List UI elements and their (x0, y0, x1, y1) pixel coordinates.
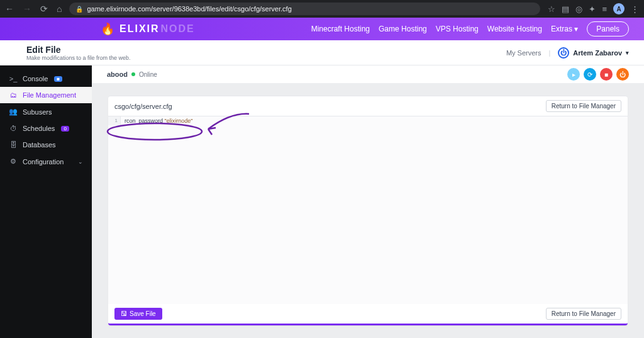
action-stop-button[interactable]: ■ (600, 68, 613, 81)
console-badge: ■ (54, 76, 62, 82)
clock-icon: ⏱ (9, 125, 18, 132)
chevron-down-icon: ▾ (626, 50, 629, 56)
sidebar-item-configuration[interactable]: ⚙ Configuration ⌄ (0, 153, 92, 170)
main-content: abood Online ▸ ⟳ ■ ⏻ csgo/cfg/server.cfg… (92, 65, 644, 338)
topnav-links: Minecraft Hosting Game Hosting VPS Hosti… (311, 21, 629, 37)
top-navigation: 🔥 ELIXIRNODE Minecraft Hosting Game Host… (0, 18, 644, 40)
status-dot-icon (131, 72, 135, 76)
sidebar-item-databases[interactable]: 🗄 Databases (0, 137, 92, 153)
brand-logo[interactable]: 🔥 ELIXIRNODE (101, 22, 195, 36)
back-icon[interactable]: ← (5, 4, 14, 14)
database-icon: 🗄 (9, 141, 18, 149)
ext1-icon[interactable]: ▤ (562, 4, 569, 14)
lock-icon: 🔒 (75, 6, 83, 13)
browser-chrome: ← → ⟳ ⌂ 🔒 game.elixirnode.com/server/963… (0, 0, 644, 18)
user-menu[interactable]: ⏻ Artem Zabarov ▾ (558, 47, 629, 59)
page-header: Edit File Make modifications to a file f… (0, 40, 644, 65)
home-icon[interactable]: ⌂ (57, 4, 62, 14)
sidebar-label: File Management (23, 91, 76, 99)
server-name: abood (107, 70, 128, 78)
sidebar-item-console[interactable]: >_ Console ■ (0, 70, 92, 87)
flame-icon: 🔥 (101, 22, 116, 36)
sidebar-item-subusers[interactable]: 👥 Subusers (0, 103, 92, 120)
line-number: 1 (108, 116, 121, 125)
folder-icon: 🗂 (9, 91, 18, 99)
code-line-1: rcon_password "elixirnode" (121, 116, 192, 125)
sidebar-label: Console (23, 75, 48, 82)
reload-icon[interactable]: ⟳ (40, 4, 48, 14)
page-subtitle: Make modifications to a file from the we… (26, 55, 131, 61)
browser-actions: ☆ ▤ ◎ ✦ ≡ A ⋮ (548, 3, 639, 14)
gear-icon: ⚙ (9, 157, 18, 166)
address-bar[interactable]: 🔒 game.elixirnode.com/server/9638e3bd/fi… (69, 3, 540, 15)
menu-icon[interactable]: ⋮ (631, 4, 639, 14)
power-icon: ⏻ (558, 47, 569, 59)
action-start-button[interactable]: ▸ (567, 68, 580, 81)
profile-avatar[interactable]: A (613, 3, 625, 14)
ext2-icon[interactable]: ◎ (575, 4, 582, 14)
browser-nav: ← → ⟳ ⌂ (5, 4, 62, 14)
return-button-top[interactable]: Return to File Manager (546, 100, 621, 112)
terminal-icon: >_ (9, 75, 18, 82)
sidebar-label: Databases (23, 141, 56, 149)
brand-accent: NODE (161, 23, 195, 35)
sidebar-item-files[interactable]: 🗂 File Management (0, 87, 92, 103)
extensions-icon[interactable]: ✦ (589, 4, 596, 14)
sidebar-label: Configuration (23, 158, 64, 166)
apps-icon[interactable]: ≡ (602, 4, 607, 14)
svg-point-0 (108, 123, 202, 140)
nav-minecraft[interactable]: Minecraft Hosting (311, 25, 370, 33)
sidebar-label: Schedules (23, 125, 55, 132)
chevron-down-icon: ⌄ (78, 159, 83, 165)
save-icon: 🖫 (121, 310, 127, 317)
nav-game[interactable]: Game Hosting (379, 25, 427, 33)
save-button[interactable]: 🖫 Save File (114, 308, 162, 320)
sidebar-item-schedules[interactable]: ⏱ Schedules 0 (0, 120, 92, 137)
file-path: csgo/cfg/server.cfg (114, 103, 172, 110)
my-servers-link[interactable]: My Servers (506, 49, 541, 57)
server-status: Online (139, 71, 157, 78)
editor-card: csgo/cfg/server.cfg Return to File Manag… (108, 96, 628, 325)
forward-icon[interactable]: → (23, 4, 31, 14)
code-editor[interactable]: 1 rcon_password "elixirnode" (108, 116, 628, 304)
nav-extras[interactable]: Extras ▾ (551, 25, 578, 33)
url-text: game.elixirnode.com/server/9638e3bd/file… (87, 5, 291, 13)
chevron-down-icon: ▾ (574, 25, 578, 33)
page-title: Edit File (26, 45, 131, 55)
server-bar: abood Online ▸ ⟳ ■ ⏻ (92, 65, 644, 83)
nav-website[interactable]: Website Hosting (487, 25, 542, 33)
sidebar: >_ Console ■ 🗂 File Management 👥 Subuser… (0, 65, 92, 338)
users-icon: 👥 (9, 108, 18, 116)
action-kill-button[interactable]: ⏻ (616, 68, 629, 81)
panels-button[interactable]: Panels (587, 21, 629, 37)
user-name: Artem Zabarov (573, 49, 622, 57)
save-label: Save File (130, 310, 156, 317)
nav-vps[interactable]: VPS Hosting (436, 25, 479, 33)
brand-main: ELIXIR (119, 23, 160, 35)
return-button-bottom[interactable]: Return to File Manager (546, 308, 621, 320)
star-icon[interactable]: ☆ (548, 4, 555, 14)
sidebar-label: Subusers (23, 108, 52, 116)
action-restart-button[interactable]: ⟳ (584, 68, 596, 81)
schedules-badge: 0 (61, 126, 69, 132)
